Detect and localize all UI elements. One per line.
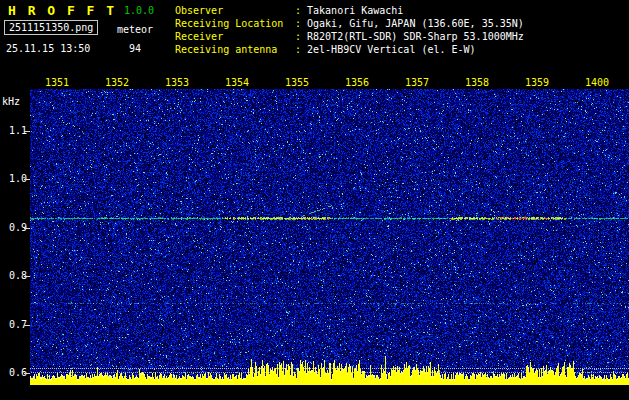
freq-label: 0.6 [0,367,27,378]
app-title: H R O F F T [8,3,116,18]
info-label: Receiving antenna [175,43,295,56]
info-label: Receiver [175,30,295,43]
info-colon: : [295,5,301,16]
time-label: 1351 [45,77,69,88]
spectrogram-canvas [30,89,629,385]
time-label: 1400 [585,77,609,88]
info-row: Receiving antenna:2el-HB9CV Vertical (el… [175,43,524,56]
info-value: Ogaki, Gifu, JAPAN (136.60E, 35.35N) [307,18,524,29]
time-label: 1358 [465,77,489,88]
time-label: 1359 [525,77,549,88]
freq-label: 1.1 [0,125,27,136]
datetime-label: 25.11.15 13:50 [6,43,90,54]
freq-unit-label: kHz [2,96,20,107]
info-value: Takanori Kawachi [307,5,403,16]
time-label: 1354 [225,77,249,88]
info-label: Receiving Location [175,17,295,30]
time-label: 1356 [345,77,369,88]
filename-box: 2511151350.png [4,20,98,35]
freq-label: 0.7 [0,319,27,330]
freq-label: 0.8 [0,270,27,281]
info-label: Observer [175,4,295,17]
info-colon: : [295,18,301,29]
app-version: 1.0.0 [124,5,154,16]
time-label: 1352 [105,77,129,88]
info-value: R820T2(RTL-SDR) SDR-Sharp 53.1000MHz [307,31,524,42]
freq-label: 1.0 [0,173,27,184]
info-colon: : [295,44,301,55]
mode-label: meteor [117,24,153,35]
time-label: 1357 [405,77,429,88]
info-row: Observer:Takanori Kawachi [175,4,524,17]
hrofft-window: { "app": { "title_letters": "H R O F F T… [0,0,629,400]
observation-info: Observer:Takanori Kawachi Receiving Loca… [175,4,524,56]
time-label: 1353 [165,77,189,88]
freq-label: 0.9 [0,222,27,233]
time-label: 1355 [285,77,309,88]
meteor-count: 94 [129,43,141,54]
info-colon: : [295,31,301,42]
info-row: Receiver:R820T2(RTL-SDR) SDR-Sharp 53.10… [175,30,524,43]
info-row: Receiving Location:Ogaki, Gifu, JAPAN (1… [175,17,524,30]
info-value: 2el-HB9CV Vertical (el. E-W) [307,44,476,55]
